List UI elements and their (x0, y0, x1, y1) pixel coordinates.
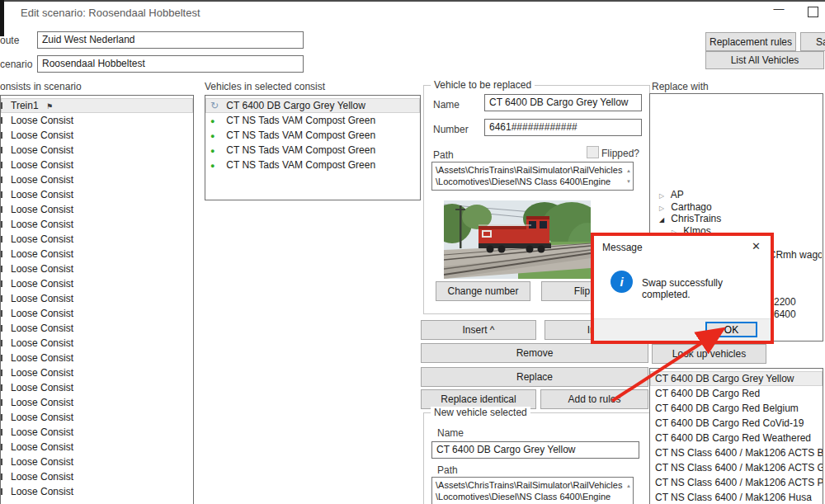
consist-list-item[interactable]: Loose Consist (1, 380, 193, 395)
tree-item-label: Carthago (671, 201, 711, 213)
consist-list-item[interactable]: Loose Consist (1, 469, 193, 484)
consist-list-item[interactable]: Loose Consist (1, 158, 193, 172)
consists-list[interactable]: Trein1 ⚑ Loose Consist Loose Consist Loo… (0, 95, 194, 504)
path-line: \Locomotives\Diesel\NS Class 6400\Engine (436, 176, 621, 187)
consist-list-item[interactable]: Loose Consist (1, 128, 193, 143)
result-list-item[interactable]: CT 6400 DB Cargo Red Belgium (650, 401, 823, 416)
tree-item-partial[interactable]: 2200 (774, 296, 796, 308)
consist-list-item[interactable]: Loose Consist (1, 455, 193, 469)
remove-button[interactable]: Remove (421, 343, 648, 363)
replaced-name-input[interactable]: CT 6400 DB Cargo Grey Yellow (484, 94, 642, 111)
list-all-vehicles-button[interactable]: List All Vehicles (705, 51, 824, 69)
replacement-results-list[interactable]: CT 6400 DB Cargo Grey Yellow CT 6400 DB … (649, 368, 823, 504)
vehicle-list-item[interactable]: ● CT NS Tads VAM Compost Green (205, 113, 420, 128)
consist-label: Loose Consist (11, 293, 73, 304)
consist-list-item[interactable]: Loose Consist (1, 336, 193, 351)
vehicle-label: CT NS Tads VAM Compost Green (226, 144, 375, 156)
consist-label: Loose Consist (11, 382, 73, 393)
result-list-item[interactable]: CT NS Class 6400 / Mak1206 ACTS Grey (650, 460, 823, 475)
consist-list-item[interactable]: Trein1 ⚑ (1, 98, 193, 113)
add-to-rules-button[interactable]: Add to rules (540, 389, 648, 409)
vehicle-dot-icon: ● (210, 129, 224, 143)
ok-button[interactable]: OK (705, 322, 757, 337)
consist-label: Loose Consist (11, 278, 73, 290)
result-label: CT NS Class 6400 / Mak1206 ACTS Blue (655, 447, 823, 459)
replaced-number-input[interactable]: 6461############ (484, 119, 642, 136)
vehicle-label: CT NS Tads VAM Compost Green (226, 130, 375, 141)
vehicle-list-item[interactable]: ● CT NS Tads VAM Compost Green (205, 128, 420, 143)
consist-list-item[interactable]: Loose Consist (1, 202, 193, 217)
vehicle-list-item[interactable]: ● CT NS Tads VAM Compost Green (205, 158, 420, 172)
replace-button[interactable]: Replace (421, 367, 648, 387)
tree-item[interactable]: ▷ Carthago (651, 201, 822, 214)
result-list-item[interactable]: CT NS Class 6400 / Mak1206 ACTS Portfeed (650, 475, 823, 490)
maximize-button[interactable] (808, 7, 818, 17)
consist-list-item[interactable]: Loose Consist (1, 410, 193, 425)
result-list-item[interactable]: CT NS Class 6400 / Mak1206 ACTS Blue (650, 445, 823, 460)
look-up-vehicles-button[interactable]: Look up vehicles (652, 344, 766, 364)
consist-list-item[interactable]: Loose Consist (1, 425, 193, 440)
consist-list-item[interactable]: Loose Consist (1, 217, 193, 232)
consist-list-item[interactable]: Loose Consist (1, 187, 193, 202)
replacement-rules-button[interactable]: Replacement rules (705, 32, 796, 51)
result-list-item[interactable]: CT 6400 DB Cargo Red CoVid-19 (650, 416, 823, 431)
route-input[interactable]: Zuid West Nederland (37, 31, 304, 49)
consist-list-item[interactable]: Loose Consist (1, 247, 193, 261)
result-label: CT 6400 DB Cargo Red (655, 388, 760, 399)
scenario-label: cenario (0, 59, 32, 70)
result-label: CT 6400 DB Cargo Red CoVid-19 (655, 417, 804, 429)
consist-label: Loose Consist (11, 308, 73, 319)
consist-list-item[interactable]: Loose Consist (1, 261, 193, 276)
minimize-button[interactable]: — (767, 2, 790, 20)
result-list-item[interactable]: CT NS Class 6400 / Mak1206 Husa (650, 490, 823, 504)
vehicle-list-item[interactable]: ↻ CT 6400 DB Cargo Grey Yellow (205, 98, 420, 113)
consists-label: onsists in scenario (0, 81, 82, 92)
tree-item[interactable]: ▷ AP (651, 189, 822, 201)
replaced-path-box[interactable]: \Assets\ChrisTrains\RailSimulator\RailVe… (431, 162, 634, 191)
consist-list-item[interactable]: Loose Consist (1, 276, 193, 291)
consist-list-item[interactable]: Loose Consist (1, 321, 193, 336)
path-line: \Assets\ChrisTrains\RailSimulator\RailVe… (436, 164, 621, 176)
consist-list-item[interactable]: Loose Consist (1, 306, 193, 321)
insert-up-button[interactable]: Insert ^ (421, 320, 536, 340)
result-list-item[interactable]: CT 6400 DB Cargo Red (650, 386, 823, 401)
consist-list-item[interactable]: Loose Consist (1, 484, 193, 499)
name-label: Name (433, 99, 460, 111)
change-number-button[interactable]: Change number (436, 281, 530, 301)
consist-list-item[interactable]: Loose Consist (1, 351, 193, 365)
consist-label: Loose Consist (11, 367, 73, 379)
result-list-item[interactable]: CT 6400 DB Cargo Red Weathered (650, 431, 823, 445)
message-dialog: Message ✕ i Swap successfully completed.… (591, 233, 774, 344)
consist-list-item[interactable]: Loose Consist (1, 395, 193, 410)
consist-label: Loose Consist (11, 204, 73, 215)
new-name-input[interactable]: CT 6400 DB Cargo Grey Yellow (431, 441, 639, 459)
close-icon[interactable]: ✕ (752, 240, 761, 252)
consist-list-item[interactable]: Loose Consist (1, 172, 193, 187)
scroll-up-icon[interactable]: ▲ (626, 165, 631, 177)
swap-icon: ↻ (210, 98, 224, 113)
tree-item[interactable]: ◢ ChrisTrains (651, 213, 822, 225)
collapsed-arrow-icon[interactable]: ▷ (659, 190, 668, 201)
consist-list-item[interactable]: Loose Consist (1, 232, 193, 247)
route-label: oute (0, 35, 19, 46)
consist-label: Loose Consist (11, 130, 73, 141)
scenario-input[interactable]: Roosendaal Hobbeltest (37, 55, 304, 73)
result-list-item[interactable]: CT 6400 DB Cargo Grey Yellow (650, 371, 823, 386)
flipped-checkbox[interactable] (587, 146, 599, 158)
tree-item-partial[interactable]: 6400 (774, 309, 796, 320)
consist-list-item[interactable]: Loose Consist (1, 113, 193, 128)
consist-list-item[interactable]: Loose Consist (1, 291, 193, 306)
scroll-up-icon[interactable]: ▲ (626, 480, 631, 492)
group-title: Vehicle to be replaced (431, 79, 535, 91)
consist-list-item[interactable]: Loose Consist (1, 440, 193, 455)
vehicle-list-item[interactable]: ● CT NS Tads VAM Compost Green (205, 143, 420, 158)
vehicles-list[interactable]: ↻ CT 6400 DB Cargo Grey Yellow ● CT NS T… (205, 95, 421, 200)
window-left-edge (0, 0, 4, 36)
consist-list-item[interactable]: Loose Consist (1, 143, 193, 158)
consist-list-item[interactable]: Loose Consist (1, 365, 193, 380)
scroll-down-icon[interactable]: ▼ (626, 176, 631, 187)
expanded-arrow-icon[interactable]: ◢ (659, 214, 668, 225)
new-path-box[interactable]: \Assets\ChrisTrains\RailSimulator\RailVe… (431, 477, 634, 504)
save-button[interactable]: Sa (800, 32, 825, 51)
collapsed-arrow-icon[interactable]: ▷ (659, 202, 668, 214)
